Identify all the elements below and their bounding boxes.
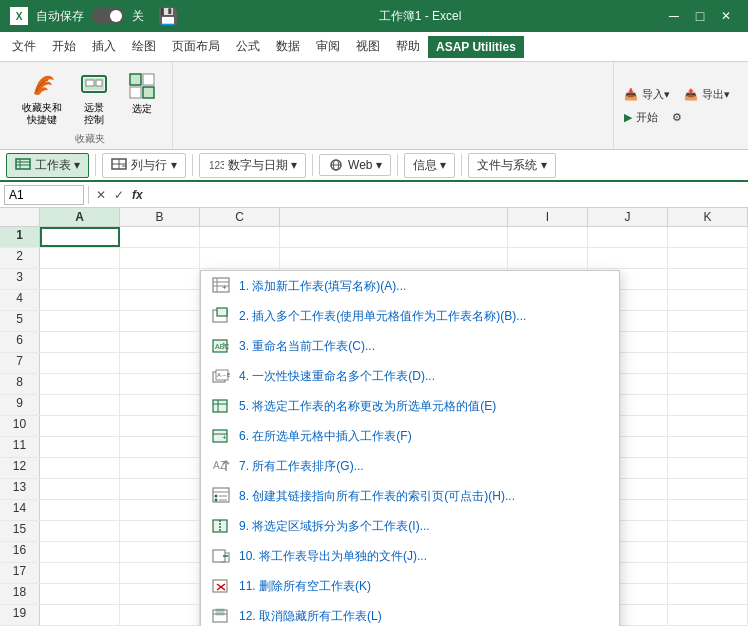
ribbon-btn-settings[interactable]: ⚙ (668, 109, 686, 126)
cell-K5[interactable] (668, 311, 748, 331)
cell-B13[interactable] (120, 479, 200, 499)
name-box[interactable]: A1 (4, 185, 84, 205)
dropdown-item[interactable]: + 6. 在所选单元格中插入工作表(F) (201, 421, 619, 451)
cell-K12[interactable] (668, 458, 748, 478)
cell-C2[interactable] (200, 248, 280, 268)
cell-A10[interactable] (40, 416, 120, 436)
close-button[interactable]: ✕ (714, 4, 738, 28)
cell-B11[interactable] (120, 437, 200, 457)
cell-B4[interactable] (120, 290, 200, 310)
asap-btn-sheets[interactable]: 工作表 ▾ (6, 153, 89, 178)
menu-asap[interactable]: ASAP Utilities (428, 36, 524, 58)
cell-A11[interactable] (40, 437, 120, 457)
cell-B16[interactable] (120, 542, 200, 562)
cell-K19[interactable] (668, 605, 748, 625)
cell-B6[interactable] (120, 332, 200, 352)
asap-btn-files[interactable]: 文件与系统 ▾ (468, 153, 555, 178)
cell-A14[interactable] (40, 500, 120, 520)
cell-A19[interactable] (40, 605, 120, 625)
dropdown-item[interactable]: 12. 取消隐藏所有工作表(L) (201, 601, 619, 626)
menu-formula[interactable]: 公式 (228, 34, 268, 59)
menu-review[interactable]: 审阅 (308, 34, 348, 59)
menu-start[interactable]: 开始 (44, 34, 84, 59)
cell-B9[interactable] (120, 395, 200, 415)
cell-B17[interactable] (120, 563, 200, 583)
cell-A5[interactable] (40, 311, 120, 331)
cell-A17[interactable] (40, 563, 120, 583)
cell-K1[interactable] (668, 227, 748, 247)
dropdown-item[interactable]: ABC 3. 重命名当前工作表(C)... (201, 331, 619, 361)
cell-K15[interactable] (668, 521, 748, 541)
cell-K6[interactable] (668, 332, 748, 352)
cell-A16[interactable] (40, 542, 120, 562)
dropdown-item[interactable]: 10. 将工作表导出为单独的文件(J)... (201, 541, 619, 571)
menu-draw[interactable]: 绘图 (124, 34, 164, 59)
dropdown-item[interactable]: 11. 删除所有空工作表(K) (201, 571, 619, 601)
menu-file[interactable]: 文件 (4, 34, 44, 59)
menu-insert[interactable]: 插入 (84, 34, 124, 59)
cell-K4[interactable] (668, 290, 748, 310)
asap-btn-numbers[interactable]: 123 数字与日期 ▾ (199, 153, 306, 178)
cell-A9[interactable] (40, 395, 120, 415)
asap-btn-rows-cols[interactable]: 列与行 ▾ (102, 153, 185, 178)
dropdown-item[interactable]: 5. 将选定工作表的名称更改为所选单元格的值(E) (201, 391, 619, 421)
dropdown-item[interactable]: 2. 插入多个工作表(使用单元格值作为工作表名称)(B)... (201, 301, 619, 331)
cell-A12[interactable] (40, 458, 120, 478)
cell-B8[interactable] (120, 374, 200, 394)
autosave-toggle[interactable] (92, 8, 124, 24)
dropdown-item[interactable]: 9. 将选定区域拆分为多个工作表(I)... (201, 511, 619, 541)
asap-btn-web[interactable]: Web ▾ (319, 154, 391, 176)
ribbon-btn-favorites[interactable]: 收藏夹和快捷键 (16, 68, 68, 128)
menu-page-layout[interactable]: 页面布局 (164, 34, 228, 59)
cell-J1[interactable] (588, 227, 668, 247)
cell-D2[interactable] (280, 248, 508, 268)
cell-K8[interactable] (668, 374, 748, 394)
cell-B2[interactable] (120, 248, 200, 268)
asap-btn-info[interactable]: 信息 ▾ (404, 153, 455, 178)
cell-B7[interactable] (120, 353, 200, 373)
ribbon-btn-view[interactable]: 远景控制 (72, 68, 116, 128)
cell-I1[interactable] (508, 227, 588, 247)
cell-K13[interactable] (668, 479, 748, 499)
menu-help[interactable]: 帮助 (388, 34, 428, 59)
cell-B14[interactable] (120, 500, 200, 520)
cell-K7[interactable] (668, 353, 748, 373)
cell-K2[interactable] (668, 248, 748, 268)
cell-A13[interactable] (40, 479, 120, 499)
cell-C1[interactable] (200, 227, 280, 247)
menu-view[interactable]: 视图 (348, 34, 388, 59)
cell-K16[interactable] (668, 542, 748, 562)
minimize-button[interactable]: ─ (662, 4, 686, 28)
cell-B18[interactable] (120, 584, 200, 604)
formula-input[interactable] (150, 188, 744, 202)
formula-fx-icon[interactable]: fx (129, 187, 146, 203)
cell-K17[interactable] (668, 563, 748, 583)
dropdown-item[interactable]: + 1. 添加新工作表(填写名称)(A)... (201, 271, 619, 301)
cell-K11[interactable] (668, 437, 748, 457)
dropdown-item[interactable]: AZ 7. 所有工作表排序(G)... (201, 451, 619, 481)
cell-B12[interactable] (120, 458, 200, 478)
cell-A15[interactable] (40, 521, 120, 541)
cell-J2[interactable] (588, 248, 668, 268)
cell-A4[interactable] (40, 290, 120, 310)
ribbon-btn-import[interactable]: 📥 导入▾ (620, 85, 674, 104)
cell-K10[interactable] (668, 416, 748, 436)
cell-B15[interactable] (120, 521, 200, 541)
ribbon-btn-start[interactable]: ▶ 开始 (620, 108, 662, 127)
cell-B10[interactable] (120, 416, 200, 436)
formula-cancel-icon[interactable]: ✕ (93, 187, 109, 203)
formula-confirm-icon[interactable]: ✓ (111, 187, 127, 203)
cell-A7[interactable] (40, 353, 120, 373)
menu-data[interactable]: 数据 (268, 34, 308, 59)
cell-A3[interactable] (40, 269, 120, 289)
cell-K3[interactable] (668, 269, 748, 289)
cell-D1[interactable] (280, 227, 508, 247)
cell-A2[interactable] (40, 248, 120, 268)
cell-B3[interactable] (120, 269, 200, 289)
cell-B5[interactable] (120, 311, 200, 331)
cell-B19[interactable] (120, 605, 200, 625)
cell-K9[interactable] (668, 395, 748, 415)
cell-K18[interactable] (668, 584, 748, 604)
cell-A8[interactable] (40, 374, 120, 394)
cell-B1[interactable] (120, 227, 200, 247)
